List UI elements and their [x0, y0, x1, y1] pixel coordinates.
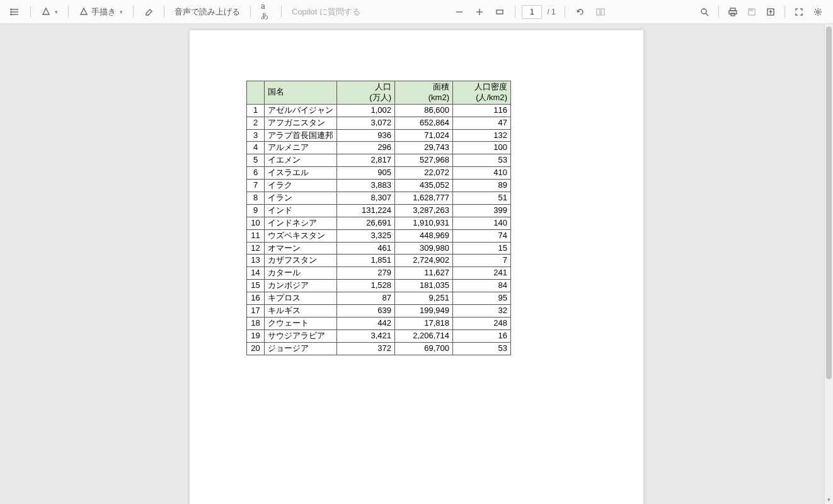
cell-index: 16 [247, 292, 265, 305]
cell-population: 26,691 [337, 217, 395, 229]
cell-index: 11 [247, 229, 265, 242]
cell-population: 1,851 [337, 255, 395, 267]
page-total: / 1 [544, 8, 558, 16]
cell-density: 32 [453, 305, 511, 318]
cell-index: 10 [247, 217, 265, 229]
cell-population: 936 [337, 129, 395, 142]
print-icon[interactable] [724, 4, 742, 20]
table-row: 6イスラエル90522,072410 [247, 167, 511, 180]
vertical-scrollbar[interactable]: ▴ ▾ [824, 24, 833, 504]
separator [784, 6, 785, 18]
header-index [247, 81, 265, 105]
zoom-in-button[interactable] [471, 4, 488, 20]
svg-point-20 [817, 11, 819, 13]
save-as-icon[interactable] [762, 4, 779, 20]
svg-point-3 [11, 9, 11, 9]
cell-density: 140 [453, 217, 511, 229]
table-row: 2アフガニスタン3,072652,86447 [247, 117, 511, 129]
cell-area: 3,287,263 [395, 204, 453, 217]
cell-area: 1,910,931 [395, 217, 453, 229]
cell-name: アゼルバイジャン [265, 104, 337, 117]
document-viewport[interactable]: 国名 人口 (万人) 面積 (km2) 人口密度 (人/km2) 1アゼルバイジ… [0, 24, 833, 504]
cell-name: キルギス [265, 305, 337, 318]
cell-density: 95 [453, 292, 511, 305]
table-row: 19サウジアラビア3,4212,206,71416 [247, 329, 511, 342]
separator [565, 6, 565, 18]
cell-name: インドネシア [265, 217, 337, 229]
cell-area: 181,035 [395, 280, 453, 292]
page-number-input[interactable] [522, 5, 542, 19]
rotate-icon[interactable] [572, 4, 589, 20]
cell-name: アラブ首長国連邦 [265, 129, 337, 142]
cell-index: 14 [247, 267, 265, 280]
cell-density: 7 [453, 255, 511, 267]
highlighter-icon[interactable]: ▾ [37, 4, 62, 20]
table-row: 3アラブ首長国連邦93671,024132 [247, 129, 511, 142]
table-row: 10インドネシア26,6911,910,931140 [247, 217, 511, 229]
chevron-down-icon: ▾ [120, 9, 123, 15]
cell-population: 279 [337, 267, 395, 280]
header-density: 人口密度 (人/km2) [453, 81, 511, 105]
cell-name: カザフスタン [265, 255, 337, 267]
cell-area: 199,949 [395, 305, 453, 318]
cell-name: イエメン [265, 154, 337, 167]
header-population: 人口 (万人) [337, 81, 395, 105]
header-name: 国名 [265, 81, 337, 105]
cell-density: 47 [453, 117, 511, 129]
cell-index: 4 [247, 142, 265, 154]
table-row: 1アゼルバイジャン1,00286,600116 [247, 104, 511, 117]
table-row: 20ジョージア37269,70053 [247, 342, 511, 355]
translate-icon[interactable]: aあ [257, 4, 275, 20]
cell-density: 51 [453, 192, 511, 205]
cell-area: 2,206,714 [395, 329, 453, 342]
cell-area: 1,628,777 [395, 192, 453, 205]
cell-density: 241 [453, 267, 511, 280]
read-aloud-label: 音声で読み上げる [175, 6, 240, 18]
table-row: 17キルギス639199,94932 [247, 305, 511, 318]
cell-area: 22,072 [395, 167, 453, 180]
cell-name: ジョージア [265, 342, 337, 355]
table-row: 11ウズベキスタン3,325448,96974 [247, 229, 511, 242]
settings-icon[interactable] [809, 4, 827, 20]
scrollbar-thumb[interactable] [826, 26, 832, 379]
cell-name: アフガニスタン [265, 117, 337, 129]
table-row: 15カンボジア1,528181,03584 [247, 280, 511, 292]
cell-population: 131,224 [337, 204, 395, 217]
cell-name: ウズベキスタン [265, 229, 337, 242]
copilot-placeholder[interactable]: Copilot に質問する [288, 4, 364, 20]
cell-area: 86,600 [395, 104, 453, 117]
cell-index: 18 [247, 317, 265, 329]
search-icon[interactable] [696, 4, 713, 20]
cell-population: 87 [337, 292, 395, 305]
read-aloud-button[interactable]: 音声で読み上げる [171, 4, 244, 20]
separator [515, 6, 515, 18]
cell-area: 309,980 [395, 242, 453, 255]
table-row: 4アルメニア29629,743100 [247, 142, 511, 154]
cell-density: 248 [453, 317, 511, 329]
cell-area: 29,743 [395, 142, 453, 154]
cell-area: 448,969 [395, 229, 453, 242]
cell-population: 3,072 [337, 117, 395, 129]
fullscreen-icon[interactable] [790, 4, 808, 20]
cell-density: 89 [453, 180, 511, 192]
cell-population: 8,307 [337, 192, 395, 205]
separator [133, 6, 134, 18]
cell-index: 5 [247, 154, 265, 167]
cell-index: 19 [247, 329, 265, 342]
erase-icon[interactable] [140, 4, 158, 20]
separator [281, 6, 282, 18]
zoom-out-button[interactable] [451, 4, 468, 20]
cell-name: キプロス [265, 292, 337, 305]
cell-name: イラン [265, 192, 337, 205]
cell-population: 639 [337, 305, 395, 318]
cell-area: 9,251 [395, 292, 453, 305]
page-view-icon[interactable] [592, 4, 609, 20]
table-row: 7イラク3,883435,05289 [247, 180, 511, 192]
contents-icon[interactable] [6, 4, 24, 20]
save-icon[interactable] [743, 4, 761, 20]
scroll-down-arrow[interactable]: ▾ [825, 496, 833, 503]
table-row: 14カタール27911,627241 [247, 267, 511, 280]
svg-rect-9 [497, 10, 503, 14]
fit-width-icon[interactable] [491, 4, 508, 20]
draw-button[interactable]: 手描き ▾ [75, 4, 127, 20]
